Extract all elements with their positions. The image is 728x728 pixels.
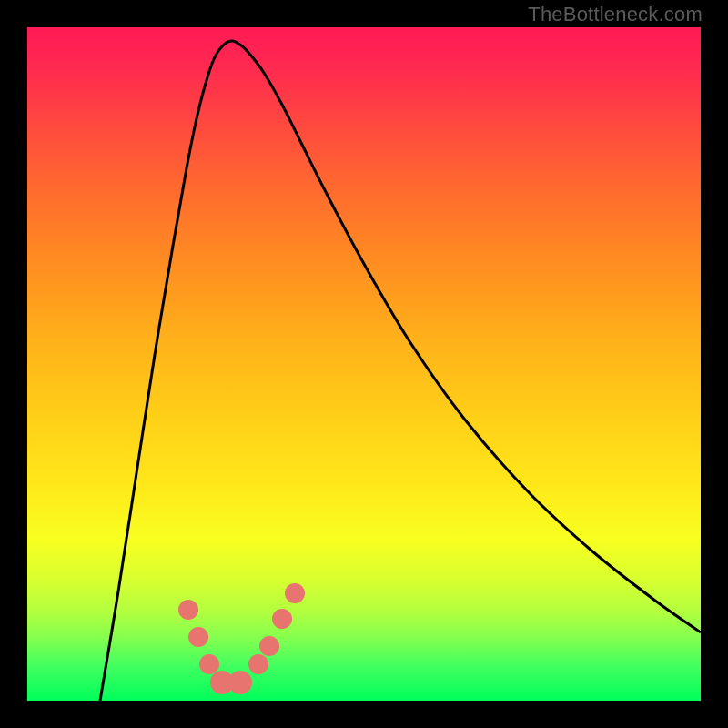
plot-area xyxy=(27,27,701,701)
watermark-text: TheBottleneck.com xyxy=(528,3,703,26)
marker-8 xyxy=(272,609,292,629)
marker-3 xyxy=(199,654,219,674)
marker-7 xyxy=(259,636,279,656)
marker-2 xyxy=(188,627,208,647)
chart-frame: TheBottleneck.com xyxy=(0,0,728,728)
marker-9 xyxy=(285,583,305,603)
marker-group xyxy=(178,583,305,694)
marker-1 xyxy=(178,600,198,620)
chart-svg xyxy=(27,27,701,701)
marker-6 xyxy=(248,654,268,674)
marker-5 xyxy=(228,671,252,694)
